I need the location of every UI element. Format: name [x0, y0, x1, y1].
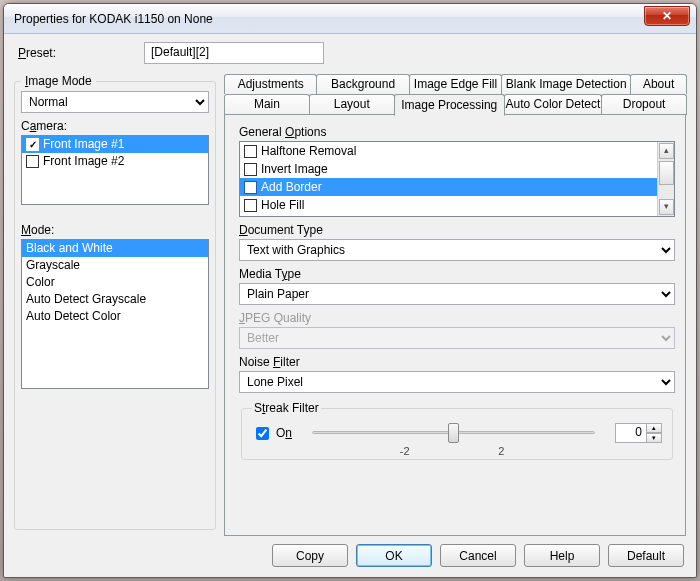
dialog-window: Properties for KODAK i1150 on None ✕ Pre…	[3, 3, 697, 578]
gen-item-add-border[interactable]: Add Border	[240, 178, 657, 196]
camera-item-label: Front Image #1	[43, 137, 124, 152]
mode-item[interactable]: Grayscale	[22, 257, 208, 274]
streak-value-spinner[interactable]: 0 ▴ ▾	[615, 423, 662, 443]
titlebar[interactable]: Properties for KODAK i1150 on None ✕	[4, 4, 696, 34]
image-mode-legend: Image Mode	[21, 74, 96, 88]
tab-image-edge-fill[interactable]: Image Edge Fill	[409, 74, 502, 94]
jpeg-quality-label: JPEG Quality	[239, 311, 675, 325]
camera-item-label: Front Image #2	[43, 154, 124, 169]
streak-value[interactable]: 0	[615, 423, 647, 443]
streak-on-label: On	[276, 426, 292, 440]
close-icon: ✕	[662, 9, 672, 23]
tab-panel-image-processing: General Options Halftone Removal Invert …	[224, 114, 686, 536]
scrollbar[interactable]: ▴ ▾	[657, 142, 674, 216]
preset-row: Preset: [Default][2]	[14, 40, 686, 74]
camera-label: Camera:	[21, 119, 209, 133]
tab-auto-color-detect[interactable]: Auto Color Detect	[504, 94, 602, 115]
checkbox-icon[interactable]	[244, 163, 257, 176]
left-pane: Image Mode Normal Camera: Front Image #1…	[14, 74, 216, 536]
mode-listbox[interactable]: Black and White Grayscale Color Auto Det…	[21, 239, 209, 389]
gen-item-halftone[interactable]: Halftone Removal	[240, 142, 657, 160]
client-area: Preset: [Default][2] Image Mode Normal C…	[4, 34, 696, 577]
tab-main[interactable]: Main	[224, 94, 310, 115]
mode-item[interactable]: Color	[22, 274, 208, 291]
media-type-combo[interactable]: Plain Paper	[239, 283, 675, 305]
checkbox-icon[interactable]	[26, 138, 39, 151]
spin-up-icon[interactable]: ▴	[646, 423, 662, 433]
doc-type-label: Document Type	[239, 223, 675, 237]
camera-item-front1[interactable]: Front Image #1	[22, 136, 208, 153]
dialog-buttons: Copy OK Cancel Help Default	[14, 536, 686, 569]
camera-item-front2[interactable]: Front Image #2	[22, 153, 208, 170]
scroll-thumb[interactable]	[659, 161, 674, 185]
general-options-label: General Options	[239, 125, 675, 139]
close-button[interactable]: ✕	[644, 6, 690, 26]
mode-item[interactable]: Auto Detect Grayscale	[22, 291, 208, 308]
tab-about[interactable]: About	[630, 74, 687, 94]
scroll-down-icon[interactable]: ▾	[659, 199, 674, 215]
scroll-up-icon[interactable]: ▴	[659, 143, 674, 159]
tab-dropout[interactable]: Dropout	[601, 94, 687, 115]
default-button[interactable]: Default	[608, 544, 684, 567]
mode-label: Mode:	[21, 223, 209, 237]
help-button[interactable]: Help	[524, 544, 600, 567]
tab-layout[interactable]: Layout	[309, 94, 395, 115]
image-mode-combo[interactable]: Normal	[21, 91, 209, 113]
doc-type-combo[interactable]: Text with Graphics	[239, 239, 675, 261]
checkbox-icon[interactable]	[244, 199, 257, 212]
tab-image-processing[interactable]: Image Processing	[394, 94, 505, 116]
streak-on-input[interactable]	[256, 427, 269, 440]
mode-item[interactable]: Black and White	[22, 240, 208, 257]
tab-background[interactable]: Background	[316, 74, 409, 94]
noise-filter-label: Noise Filter	[239, 355, 675, 369]
image-mode-group: Image Mode Normal Camera: Front Image #1…	[14, 74, 216, 530]
tab-strip: Adjustments Background Image Edge Fill B…	[224, 74, 686, 115]
gen-item-hole-fill[interactable]: Hole Fill	[240, 196, 657, 214]
cancel-button[interactable]: Cancel	[440, 544, 516, 567]
mode-item[interactable]: Auto Detect Color	[22, 308, 208, 325]
ok-button[interactable]: OK	[356, 544, 432, 567]
slider-ticks: . -2 2 .	[252, 445, 662, 457]
preset-field[interactable]: [Default][2]	[144, 42, 324, 64]
streak-filter-group: Streak Filter On 0	[241, 401, 673, 460]
media-type-label: Media Type	[239, 267, 675, 281]
copy-button[interactable]: Copy	[272, 544, 348, 567]
slider-thumb[interactable]	[448, 423, 459, 443]
spin-down-icon[interactable]: ▾	[646, 433, 662, 443]
jpeg-quality-combo: Better	[239, 327, 675, 349]
general-options-listbox[interactable]: Halftone Removal Invert Image Add Border	[239, 141, 675, 217]
gen-item-invert[interactable]: Invert Image	[240, 160, 657, 178]
streak-slider[interactable]	[302, 421, 605, 445]
right-pane: Adjustments Background Image Edge Fill B…	[224, 74, 686, 536]
checkbox-icon[interactable]	[244, 181, 257, 194]
checkbox-icon[interactable]	[26, 155, 39, 168]
checkbox-icon[interactable]	[244, 145, 257, 158]
tab-adjustments[interactable]: Adjustments	[224, 74, 317, 94]
camera-listbox[interactable]: Front Image #1 Front Image #2	[21, 135, 209, 205]
streak-on-checkbox[interactable]: On	[252, 424, 292, 443]
window-title: Properties for KODAK i1150 on None	[14, 12, 213, 26]
tab-blank-image-detection[interactable]: Blank Image Detection	[501, 74, 631, 94]
streak-filter-legend: Streak Filter	[252, 401, 321, 415]
noise-filter-combo[interactable]: Lone Pixel	[239, 371, 675, 393]
preset-label: Preset:	[18, 46, 138, 60]
